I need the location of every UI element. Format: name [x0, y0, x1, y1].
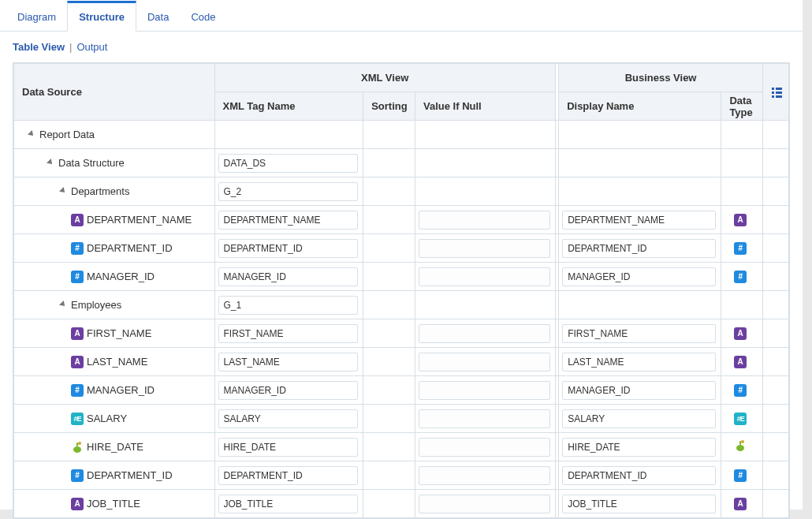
col-tools[interactable] [763, 64, 789, 121]
display-name-input[interactable] [562, 267, 716, 286]
data-type-cell[interactable] [721, 177, 763, 206]
xml-tag-input[interactable] [218, 296, 359, 315]
table-row[interactable]: #MANAGER_ID# [14, 263, 789, 291]
value-if-null-input[interactable] [419, 466, 550, 485]
display-name-input[interactable] [562, 211, 716, 230]
xml-tag-input[interactable] [218, 239, 359, 258]
tab-diagram[interactable]: Diagram [6, 3, 67, 31]
sorting-cell[interactable] [363, 177, 415, 206]
tree-node[interactable]: #MANAGER_ID [14, 376, 214, 404]
table-row[interactable]: Data Structure [14, 149, 789, 177]
tree-node[interactable]: #DEPARTMENT_ID [14, 234, 214, 262]
data-type-cell[interactable] [721, 433, 763, 461]
value-if-null-input[interactable] [419, 239, 550, 258]
expand-collapse-icon[interactable] [28, 130, 35, 138]
xml-tag-input[interactable] [218, 154, 359, 173]
sorting-cell[interactable] [363, 149, 415, 177]
data-type-cell[interactable]: A [721, 206, 763, 234]
table-row[interactable]: Report Data [14, 121, 789, 149]
tab-structure[interactable]: Structure [67, 1, 136, 32]
table-row[interactable]: #DEPARTMENT_ID# [14, 234, 789, 263]
table-row[interactable]: HIRE_DATE [14, 433, 789, 461]
tree-node[interactable]: ALAST_NAME [14, 348, 214, 375]
expand-collapse-icon[interactable] [47, 159, 54, 166]
display-name-input[interactable] [562, 239, 716, 258]
sorting-cell[interactable] [363, 206, 415, 234]
table-row[interactable]: Departments [14, 177, 789, 206]
data-type-cell[interactable]: A [721, 490, 763, 518]
subtab-table-view[interactable]: Table View [13, 41, 65, 53]
tree-node[interactable]: HIRE_DATE [14, 433, 214, 461]
display-name-input[interactable] [562, 381, 716, 400]
value-if-null-input[interactable] [419, 438, 550, 457]
value-if-null-input[interactable] [419, 267, 550, 286]
tree-node[interactable]: AFIRST_NAME [14, 319, 214, 347]
data-type-cell[interactable] [721, 291, 763, 319]
col-display-name[interactable]: Display Name [559, 92, 721, 121]
tree-node[interactable]: ADEPARTMENT_NAME [14, 206, 214, 233]
sorting-cell[interactable] [363, 263, 415, 291]
tree-node[interactable]: Employees [14, 291, 214, 319]
sorting-cell[interactable] [363, 461, 415, 490]
data-type-cell[interactable] [721, 149, 763, 177]
data-type-cell[interactable]: # [721, 461, 763, 490]
xml-tag-input[interactable] [218, 466, 359, 485]
col-value-if-null[interactable]: Value If Null [415, 92, 556, 121]
col-xml-tag[interactable]: XML Tag Name [214, 92, 363, 121]
tree-node[interactable]: AJOB_TITLE [14, 490, 214, 517]
sorting-cell[interactable] [363, 121, 415, 149]
xml-tag-input[interactable] [218, 211, 359, 230]
value-if-null-input[interactable] [419, 495, 550, 513]
sorting-cell[interactable] [363, 319, 415, 348]
columns-settings-icon[interactable] [771, 86, 784, 99]
tree-node[interactable]: Report Data [14, 121, 214, 148]
subtab-output[interactable]: Output [76, 41, 107, 53]
sorting-cell[interactable] [363, 405, 415, 433]
table-row[interactable]: #MANAGER_ID# [14, 376, 789, 405]
xml-tag-input[interactable] [218, 324, 359, 343]
table-row[interactable]: ADEPARTMENT_NAMEA [14, 206, 789, 234]
value-if-null-input[interactable] [419, 353, 550, 372]
value-if-null-input[interactable] [419, 211, 550, 230]
sorting-cell[interactable] [363, 490, 415, 518]
table-row[interactable]: #DEPARTMENT_ID# [14, 461, 789, 490]
tab-code[interactable]: Code [180, 3, 226, 31]
data-type-cell[interactable]: A [721, 348, 763, 376]
table-row[interactable]: AFIRST_NAMEA [14, 319, 789, 348]
display-name-input[interactable] [562, 495, 716, 513]
table-row[interactable]: AJOB_TITLEA [14, 490, 789, 518]
sorting-cell[interactable] [363, 348, 415, 376]
col-data-type[interactable]: Data Type [721, 92, 763, 121]
sorting-cell[interactable] [363, 433, 415, 461]
sorting-cell[interactable] [363, 376, 415, 405]
display-name-input[interactable] [562, 324, 716, 343]
display-name-input[interactable] [562, 438, 716, 457]
table-row[interactable]: #ESALARY#E [14, 405, 789, 433]
sorting-cell[interactable] [363, 234, 415, 263]
tree-node[interactable]: #ESALARY [14, 405, 214, 432]
table-row[interactable]: Employees [14, 291, 789, 319]
data-type-cell[interactable]: # [721, 376, 763, 405]
data-type-cell[interactable]: A [721, 319, 763, 348]
tab-data[interactable]: Data [136, 3, 180, 31]
tree-node[interactable]: #MANAGER_ID [14, 263, 214, 290]
value-if-null-input[interactable] [419, 381, 550, 400]
xml-tag-input[interactable] [218, 495, 359, 513]
data-type-cell[interactable]: # [721, 234, 763, 263]
xml-tag-input[interactable] [218, 409, 359, 428]
value-if-null-input[interactable] [419, 409, 550, 428]
sorting-cell[interactable] [363, 291, 415, 319]
display-name-input[interactable] [562, 409, 716, 428]
expand-collapse-icon[interactable] [59, 187, 67, 195]
expand-collapse-icon[interactable] [59, 301, 67, 308]
tree-node[interactable]: Data Structure [14, 149, 214, 177]
tree-node[interactable]: Departments [14, 177, 214, 205]
col-data-source[interactable]: Data Source [14, 64, 215, 121]
xml-tag-input[interactable] [218, 438, 359, 457]
xml-tag-input[interactable] [218, 267, 359, 286]
data-type-cell[interactable]: #E [721, 405, 763, 433]
value-if-null-input[interactable] [419, 324, 550, 343]
xml-tag-input[interactable] [218, 381, 359, 400]
col-sorting[interactable]: Sorting [363, 92, 415, 121]
tree-node[interactable]: #DEPARTMENT_ID [14, 461, 214, 489]
